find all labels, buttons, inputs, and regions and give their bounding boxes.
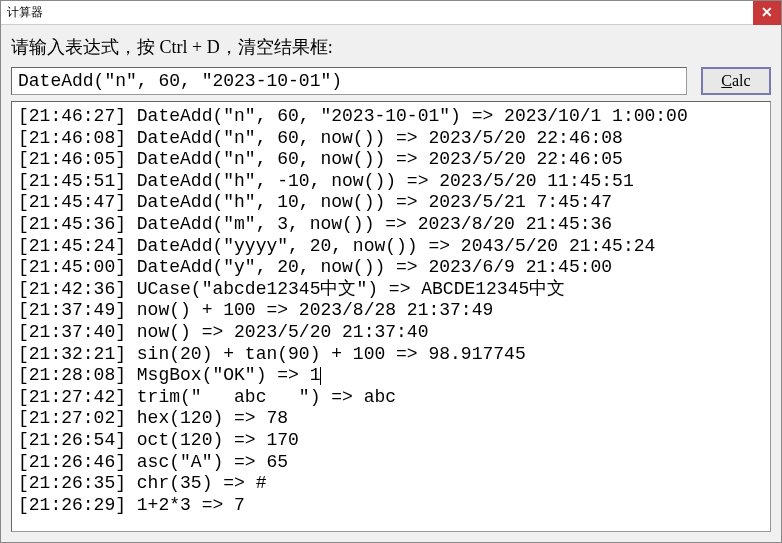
result-line: [21:45:24] DateAdd("yyyy", 20, now()) =>… bbox=[18, 236, 764, 258]
window-title: 计算器 bbox=[7, 4, 43, 21]
result-line: [21:42:36] UCase("abcde12345中文") => ABCD… bbox=[18, 279, 764, 301]
result-line: [21:37:40] now() => 2023/5/20 21:37:40 bbox=[18, 322, 764, 344]
app-window: 计算器 ✕ 请输入表达式，按 Ctrl + D，清空结果框: Calc [21:… bbox=[0, 0, 782, 543]
close-icon: ✕ bbox=[761, 4, 773, 21]
calc-button[interactable]: Calc bbox=[701, 67, 771, 95]
result-line: [21:27:42] trim(" abc ") => abc bbox=[18, 387, 764, 409]
calc-button-accel: C bbox=[721, 72, 732, 90]
result-line: [21:32:21] sin(20) + tan(90) + 100 => 98… bbox=[18, 344, 764, 366]
input-row: Calc bbox=[11, 67, 771, 95]
prompt-label: 请输入表达式，按 Ctrl + D，清空结果框: bbox=[11, 35, 771, 59]
calc-button-rest: alc bbox=[732, 72, 751, 90]
result-line: [21:45:47] DateAdd("h", 10, now()) => 20… bbox=[18, 192, 764, 214]
result-line: [21:45:36] DateAdd("m", 3, now()) => 202… bbox=[18, 214, 764, 236]
results-box[interactable]: [21:46:27] DateAdd("n", 60, "2023-10-01"… bbox=[11, 101, 771, 532]
result-line: [21:28:08] MsgBox("OK") => 1 bbox=[18, 365, 764, 387]
result-line: [21:26:54] oct(120) => 170 bbox=[18, 430, 764, 452]
result-line: [21:46:05] DateAdd("n", 60, now()) => 20… bbox=[18, 149, 764, 171]
result-line: [21:46:08] DateAdd("n", 60, now()) => 20… bbox=[18, 128, 764, 150]
result-line: [21:45:00] DateAdd("y", 20, now()) => 20… bbox=[18, 257, 764, 279]
text-cursor bbox=[320, 367, 321, 385]
expression-input[interactable] bbox=[11, 67, 687, 95]
result-line: [21:46:27] DateAdd("n", 60, "2023-10-01"… bbox=[18, 106, 764, 128]
result-line: [21:26:35] chr(35) => # bbox=[18, 473, 764, 495]
result-line: [21:37:49] now() + 100 => 2023/8/28 21:3… bbox=[18, 300, 764, 322]
content-area: 请输入表达式，按 Ctrl + D，清空结果框: Calc [21:46:27]… bbox=[1, 25, 781, 542]
result-line: [21:27:02] hex(120) => 78 bbox=[18, 408, 764, 430]
result-line: [21:26:29] 1+2*3 => 7 bbox=[18, 495, 764, 517]
titlebar: 计算器 ✕ bbox=[1, 1, 781, 25]
result-line: [21:26:46] asc("A") => 65 bbox=[18, 452, 764, 474]
result-line: [21:45:51] DateAdd("h", -10, now()) => 2… bbox=[18, 171, 764, 193]
close-button[interactable]: ✕ bbox=[753, 1, 781, 25]
